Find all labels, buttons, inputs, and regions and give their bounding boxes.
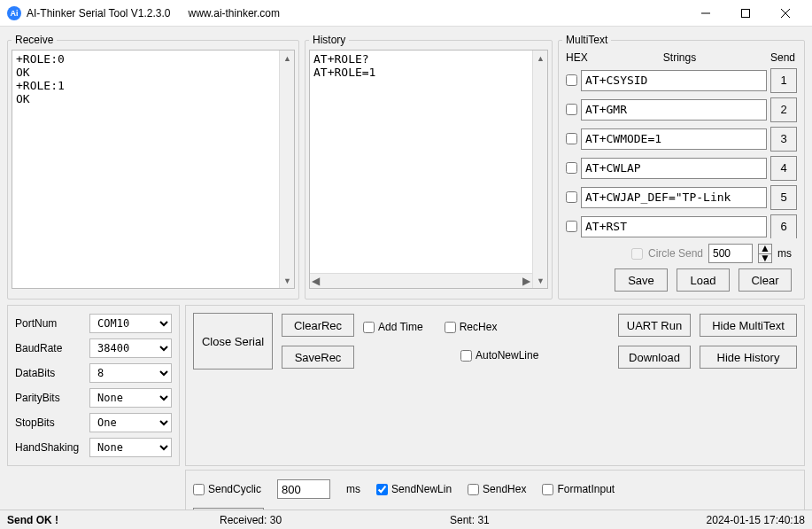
port-label: StopBits — [15, 416, 86, 429]
port-setting-row: DataBits 8 — [15, 361, 172, 385]
header-send: Send — [769, 51, 797, 64]
close-button[interactable] — [765, 1, 805, 26]
window-title: AI-Thinker Serial Tool V1.2.3.0 — [27, 7, 171, 19]
multitext-cmd-input[interactable] — [581, 99, 767, 121]
multitext-cmd-input[interactable] — [581, 216, 767, 237]
multitext-row: 6 — [562, 212, 800, 238]
circle-unit-label: ms — [777, 247, 792, 260]
port-setting-row: BaudRate 38400 — [15, 336, 172, 361]
port-setting-row: PortNum COM10 — [15, 311, 172, 336]
multitext-panel: MultiText HEX Strings Send 1 2 3 4 5 6 C… — [558, 34, 805, 300]
receive-scrollbar[interactable]: ▲ ▼ — [279, 51, 294, 288]
port-label: DataBits — [15, 367, 86, 379]
status-bar: Send OK ! Received: 30 Sent: 31 2024-01-… — [0, 510, 812, 529]
port-baudrate-select[interactable]: 38400 — [89, 338, 172, 358]
format-input-checkbox[interactable]: FormatInput — [542, 483, 615, 495]
scroll-down-icon[interactable]: ▼ — [280, 273, 295, 288]
history-scrollbar[interactable]: ▲ ▼ — [532, 51, 547, 288]
multitext-hex-checkbox[interactable] — [566, 104, 577, 115]
multitext-clear-button[interactable]: Clear — [739, 268, 792, 292]
status-sent: Sent: 31 — [450, 514, 707, 526]
send-hex-checkbox[interactable]: SendHex — [468, 483, 526, 495]
receive-legend: Receive — [12, 34, 57, 46]
port-stopbits-select[interactable]: One — [89, 413, 172, 432]
app-logo-icon: Ai — [7, 6, 21, 20]
hide-history-button[interactable]: Hide History — [700, 346, 797, 369]
multitext-header: HEX Strings Send — [562, 50, 800, 66]
port-handshaking-select[interactable]: None — [89, 438, 172, 457]
multitext-load-button[interactable]: Load — [677, 268, 730, 292]
multitext-row: 5 — [562, 183, 800, 212]
multitext-row: 2 — [562, 95, 800, 124]
close-serial-button[interactable]: Close Serial — [193, 313, 273, 370]
history-textarea[interactable]: AT+ROLE? AT+ROLE=1 — [310, 51, 532, 273]
clear-rec-button[interactable]: ClearRec — [282, 314, 354, 337]
multitext-hex-checkbox[interactable] — [566, 162, 577, 174]
control-panel: Close Serial ClearRec SaveRec Add Time R… — [185, 305, 805, 466]
history-hscrollbar[interactable]: ◀▶ — [310, 273, 532, 288]
status-message: Send OK ! — [7, 514, 220, 526]
multitext-legend: MultiText — [562, 34, 611, 46]
multitext-row: 3 — [562, 124, 800, 153]
window-url: www.ai-thinker.com — [189, 7, 280, 19]
scroll-up-icon[interactable]: ▲ — [280, 51, 295, 66]
port-label: HandShaking — [15, 441, 86, 454]
port-setting-row: HandShaking None — [15, 435, 172, 460]
send-cyclic-checkbox[interactable]: SendCyclic — [193, 483, 261, 495]
multitext-send-button-4[interactable]: 4 — [770, 156, 797, 181]
send-newline-checkbox[interactable]: SendNewLin — [376, 483, 452, 495]
multitext-row: 4 — [562, 153, 800, 183]
hide-multitext-button[interactable]: Hide MultiText — [700, 314, 797, 337]
send-interval-input[interactable] — [277, 479, 330, 499]
scroll-down-icon[interactable]: ▼ — [533, 273, 548, 288]
circle-interval-input[interactable] — [708, 244, 753, 263]
port-label: BaudRate — [15, 342, 86, 354]
multitext-cmd-input[interactable] — [581, 128, 767, 150]
multitext-cmd-input[interactable] — [581, 158, 767, 179]
status-time: 2024-01-15 17:40:18 — [707, 514, 805, 526]
rec-hex-checkbox[interactable]: RecHex — [445, 321, 498, 333]
multitext-hex-checkbox[interactable] — [566, 191, 577, 203]
minimize-button[interactable] — [685, 1, 725, 26]
port-label: ParityBits — [15, 392, 86, 404]
multitext-send-button-1[interactable]: 1 — [770, 68, 797, 93]
multitext-send-button-2[interactable]: 2 — [770, 97, 797, 122]
header-strings: Strings — [591, 51, 769, 64]
multitext-save-button[interactable]: Save — [615, 268, 668, 292]
circle-interval-spinner[interactable]: ▲▼ — [758, 244, 772, 263]
send-ms-label: ms — [346, 483, 360, 495]
svg-rect-1 — [741, 9, 749, 17]
port-databits-select[interactable]: 8 — [89, 363, 172, 383]
multitext-row: 1 — [562, 66, 800, 95]
add-time-checkbox[interactable]: Add Time — [363, 321, 423, 333]
port-setting-row: ParityBits None — [15, 385, 172, 410]
port-settings-panel: PortNum COM10BaudRate 38400DataBits 8Par… — [7, 305, 180, 466]
circle-send-checkbox[interactable] — [631, 248, 643, 260]
multitext-send-button-5[interactable]: 5 — [770, 185, 797, 210]
scroll-up-icon[interactable]: ▲ — [533, 51, 548, 66]
multitext-send-button-3[interactable]: 3 — [770, 127, 797, 152]
multitext-cmd-input[interactable] — [581, 70, 767, 91]
header-hex: HEX — [566, 51, 591, 64]
port-setting-row: StopBits One — [15, 410, 172, 435]
maximize-button[interactable] — [725, 1, 765, 26]
download-button[interactable]: Download — [618, 346, 691, 369]
history-legend: History — [309, 34, 349, 46]
multitext-hex-checkbox[interactable] — [566, 221, 577, 232]
status-received: Received: 30 — [220, 514, 450, 526]
history-panel: History AT+ROLE? AT+ROLE=1 ▲ ▼ ◀▶ — [305, 34, 553, 300]
circle-send-label: Circle Send — [648, 247, 703, 260]
titlebar: Ai AI-Thinker Serial Tool V1.2.3.0 www.a… — [0, 0, 812, 27]
multitext-hex-checkbox[interactable] — [566, 133, 577, 144]
multitext-cmd-input[interactable] — [581, 187, 767, 208]
receive-panel: Receive +ROLE:0 OK +ROLE:1 OK ▲ ▼ — [7, 34, 299, 300]
uart-run-button[interactable]: UART Run — [618, 314, 691, 337]
port-label: PortNum — [15, 317, 86, 330]
receive-textarea[interactable]: +ROLE:0 OK +ROLE:1 OK — [12, 51, 279, 288]
multitext-send-button-6[interactable]: 6 — [770, 214, 797, 239]
port-portnum-select[interactable]: COM10 — [89, 314, 172, 333]
save-rec-button[interactable]: SaveRec — [282, 346, 354, 369]
auto-newline-checkbox[interactable]: AutoNewLine — [460, 349, 538, 362]
port-paritybits-select[interactable]: None — [89, 388, 172, 408]
multitext-hex-checkbox[interactable] — [566, 74, 577, 86]
